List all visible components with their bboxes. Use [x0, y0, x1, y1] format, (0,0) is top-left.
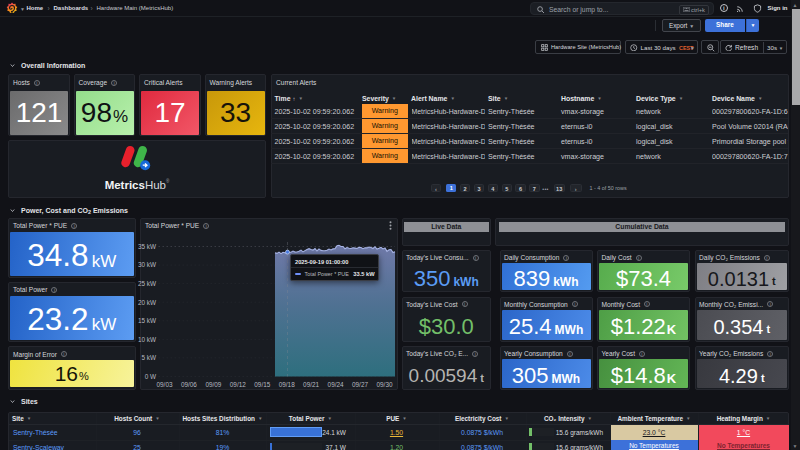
svg-text:15 kW: 15 kW: [137, 317, 156, 324]
svg-text:30 kW: 30 kW: [137, 261, 156, 268]
svg-text:09/21: 09/21: [303, 380, 319, 387]
svg-text:10 kW: 10 kW: [137, 335, 156, 342]
svg-text:09/24: 09/24: [327, 380, 343, 387]
svg-text:25 kW: 25 kW: [137, 279, 156, 286]
svg-text:09/09: 09/09: [205, 380, 221, 387]
svg-text:35 kW: 35 kW: [137, 242, 156, 249]
svg-text:20 kW: 20 kW: [137, 298, 156, 305]
svg-text:09/15: 09/15: [254, 380, 270, 387]
svg-text:09/27: 09/27: [352, 380, 368, 387]
svg-text:09/06: 09/06: [180, 380, 196, 387]
svg-text:09/30: 09/30: [376, 380, 392, 387]
svg-text:0 W: 0 W: [144, 372, 156, 379]
svg-text:5 kW: 5 kW: [141, 354, 157, 361]
svg-text:09/12: 09/12: [229, 380, 245, 387]
svg-text:09/03: 09/03: [156, 380, 172, 387]
svg-text:09/18: 09/18: [278, 380, 294, 387]
